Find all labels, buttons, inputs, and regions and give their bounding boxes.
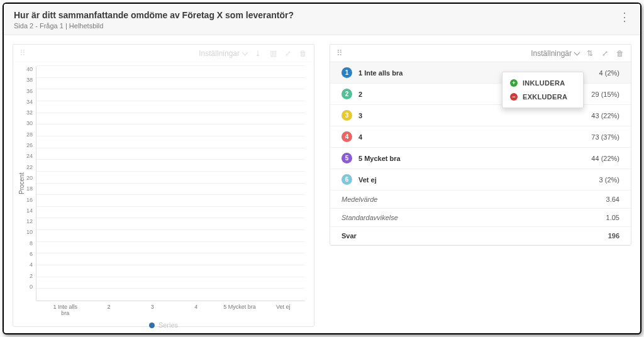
header-titles: Hur är ditt sammanfattande omdöme av För… — [14, 10, 294, 30]
expand-icon[interactable]: ⤢ — [284, 49, 292, 58]
include-label: INKLUDERA — [523, 79, 565, 87]
y-tick: 10 — [26, 229, 33, 235]
y-tick: 8 — [30, 240, 33, 246]
stat-label: Standardavvikelse — [341, 214, 398, 221]
x-tick: 2 — [92, 304, 125, 316]
grid-line — [36, 171, 305, 172]
row-label: 1 Inte alls bra — [358, 69, 402, 77]
grid-line — [36, 218, 305, 218]
row-value: 29 (15%) — [591, 91, 619, 98]
delete-icon[interactable]: 🗑 — [616, 49, 625, 58]
y-tick: 12 — [26, 218, 33, 224]
grid-line — [36, 77, 305, 78]
download-icon[interactable]: ⤓ — [253, 49, 262, 58]
y-tick: 34 — [26, 99, 33, 105]
download-icon[interactable]: ⇅ — [586, 49, 594, 58]
y-tick: 24 — [26, 153, 33, 159]
row-label: 3 — [358, 112, 362, 119]
grid-line — [36, 277, 305, 277]
grid-line — [36, 113, 305, 113]
chart-legend: Series — [13, 316, 314, 334]
row-label: Vet ej — [358, 176, 377, 184]
y-tick: 32 — [26, 109, 33, 116]
exclude-icon: − — [510, 93, 518, 101]
rank-badge: 4 — [341, 131, 352, 142]
stat-value: 196 — [608, 232, 619, 240]
exclude-label: EXKLUDERA — [523, 93, 567, 101]
table-settings-button[interactable]: Inställningär — [531, 49, 579, 58]
filter-popover: + INKLUDERA − EXKLUDERA — [502, 72, 584, 108]
exclude-option[interactable]: − EXKLUDERA — [502, 90, 583, 104]
grid-line — [36, 65, 305, 66]
delete-icon[interactable]: 🗑 — [299, 49, 308, 58]
include-icon: + — [510, 79, 518, 87]
page-subtitle: Sida 2 - Fråga 1 | Helhetsbild — [14, 22, 294, 30]
data-table: 11 Inte alls bra4 (2%)2229 (15%)3343 (22… — [330, 62, 631, 245]
y-tick: 22 — [26, 164, 33, 170]
grid-line — [36, 194, 305, 195]
grid-line — [36, 183, 305, 184]
chart-settings-button[interactable]: Inställningar — [199, 49, 247, 58]
y-tick: 16 — [26, 197, 33, 203]
x-tick: Vet ej — [267, 304, 299, 316]
legend-marker — [149, 323, 155, 328]
include-option[interactable]: + INKLUDERA — [502, 76, 583, 90]
row-value: 3 (2%) — [599, 176, 619, 184]
x-axis-ticks: 1 Inte alls bra2345 Mycket braVet ej — [43, 301, 305, 316]
legend-label: Series — [158, 321, 178, 329]
x-tick: 1 Inte alls bra — [49, 304, 82, 316]
table-row[interactable]: 3343 (22%) — [330, 105, 631, 126]
row-label: 4 — [358, 133, 362, 141]
more-menu-icon[interactable]: ⋮ — [619, 10, 630, 23]
rank-badge: 2 — [341, 89, 352, 99]
table-row[interactable]: 11 Inte alls bra4 (2%) — [330, 62, 631, 84]
plot-area — [36, 66, 305, 301]
row-left: 6Vet ej — [341, 174, 377, 185]
y-tick: 36 — [26, 88, 33, 94]
y-tick: 38 — [26, 77, 33, 83]
stat-row: Standardavvikelse1.05 — [330, 209, 631, 227]
drag-handle-icon[interactable]: ⠿ — [19, 48, 24, 58]
chevron-down-icon — [574, 49, 580, 55]
chevron-down-icon — [242, 49, 248, 55]
row-value: 44 (22%) — [591, 155, 619, 162]
y-tick: 20 — [26, 175, 33, 181]
stat-label: Svar — [341, 232, 357, 240]
page-header: Hur är ditt sammanfattande omdöme av För… — [4, 4, 640, 35]
stat-value: 3.64 — [606, 196, 619, 203]
x-tick: 5 Mycket bra — [223, 304, 256, 316]
grid-line — [36, 101, 305, 101]
grid-line — [36, 288, 305, 289]
stat-value: 1.05 — [606, 214, 619, 221]
table-row[interactable]: 4473 (37%) — [330, 126, 631, 148]
y-tick: 26 — [26, 142, 33, 148]
y-tick: 40 — [26, 66, 33, 72]
grid-line — [36, 241, 305, 242]
grid-line — [36, 89, 305, 89]
table-row[interactable]: 6Vet ej3 (2%) — [330, 169, 631, 191]
row-value: 43 (22%) — [591, 112, 619, 119]
grid-line — [36, 159, 305, 160]
chart-type-icon[interactable]: ▥ — [269, 49, 277, 58]
expand-icon[interactable]: ⤢ — [601, 49, 609, 58]
y-axis-label: Procent — [17, 66, 26, 301]
rank-badge: 6 — [341, 174, 352, 185]
table-row[interactable]: 55 Mycket bra44 (22%) — [330, 148, 631, 169]
y-tick: 2 — [30, 273, 33, 279]
row-left: 44 — [341, 131, 362, 142]
settings-label: Inställningar — [199, 49, 240, 58]
table-toolbar: ⠿ Inställningär ⇅ ⤢ 🗑 — [330, 45, 631, 62]
rank-badge: 1 — [341, 67, 352, 78]
table-row[interactable]: 2229 (15%) — [330, 84, 631, 105]
stat-label: Medelvärde — [341, 196, 377, 203]
y-tick: 28 — [26, 131, 33, 138]
grid-line — [36, 148, 305, 148]
y-tick: 6 — [30, 251, 33, 257]
chart-area: Procent 40383634323028262422201816141210… — [13, 62, 314, 301]
drag-handle-icon[interactable]: ⠿ — [336, 48, 341, 58]
x-tick: 3 — [136, 304, 169, 316]
y-tick: 4 — [30, 262, 33, 268]
chart-panel: ⠿ Inställningar ⤓ ▥ ⤢ 🗑 Procent 40383634… — [13, 44, 314, 327]
app-frame: Hur är ditt sammanfattande omdöme av För… — [3, 3, 641, 334]
x-tick: 4 — [180, 304, 213, 316]
